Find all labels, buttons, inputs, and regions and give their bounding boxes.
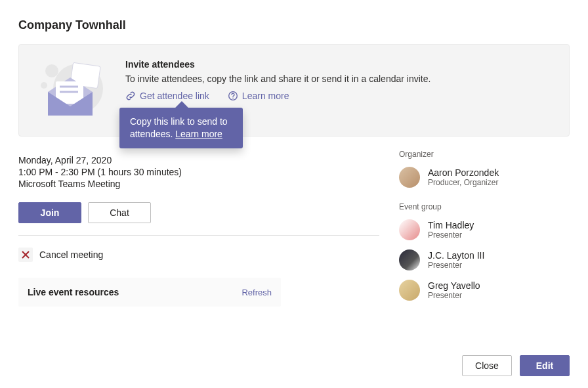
person-role: Presenter [428, 261, 484, 270]
divider [18, 235, 379, 236]
learn-more-link[interactable]: Learn more [228, 91, 289, 101]
organizer-section-label: Organizer [399, 150, 570, 159]
avatar [399, 280, 420, 301]
person-name: Greg Yavello [428, 280, 480, 291]
meeting-meta: Monday, April 27, 2020 1:00 PM - 2:30 PM… [18, 155, 379, 189]
svg-point-8 [232, 98, 234, 99]
close-button[interactable]: Close [462, 355, 512, 376]
event-group-person: J.C. Layton III Presenter [399, 249, 570, 270]
meeting-location: Microsoft Teams Meeting [18, 179, 379, 189]
organizer-role: Producer, Organizer [428, 178, 499, 187]
invite-card: Invite attendees To invite attendees, co… [18, 44, 570, 137]
tooltip-line2-prefix: attendees. [130, 129, 175, 139]
chat-button[interactable]: Chat [88, 202, 151, 223]
organizer-name: Aaron Porzondek [428, 167, 499, 178]
invite-text: To invite attendees, copy the link and s… [125, 74, 556, 84]
tooltip-line1: Copy this link to send to [130, 116, 228, 127]
avatar [399, 167, 420, 188]
live-event-resources: Live event resources Refresh [18, 278, 281, 307]
invite-heading: Invite attendees [125, 59, 556, 70]
invite-illustration [32, 59, 111, 121]
svg-point-1 [45, 64, 58, 77]
cancel-meeting[interactable]: Cancel meeting [18, 248, 379, 262]
tooltip-learn-more[interactable]: Learn more [175, 129, 222, 139]
help-icon [228, 91, 238, 101]
svg-point-2 [41, 82, 47, 89]
organizer-person: Aaron Porzondek Producer, Organizer [399, 167, 570, 188]
cancel-meeting-label: Cancel meeting [39, 249, 103, 260]
person-role: Presenter [428, 230, 474, 240]
event-group-section-label: Event group [399, 202, 570, 211]
get-attendee-link-label: Get attendee link [140, 91, 209, 101]
join-button[interactable]: Join [18, 202, 81, 223]
person-name: J.C. Layton III [428, 250, 484, 261]
link-icon [125, 91, 136, 101]
cancel-icon [18, 248, 33, 262]
refresh-link[interactable]: Refresh [242, 288, 272, 297]
get-attendee-link[interactable]: Get attendee link [125, 91, 209, 101]
person-role: Presenter [428, 291, 480, 300]
avatar [399, 249, 420, 270]
meeting-time: 1:00 PM - 2:30 PM (1 hours 30 minutes) [18, 167, 379, 177]
meeting-date: Monday, April 27, 2020 [18, 155, 379, 165]
attendee-link-tooltip: Copy this link to send to attendees. Lea… [119, 108, 243, 148]
edit-button[interactable]: Edit [520, 355, 570, 376]
person-name: Tim Hadley [428, 220, 474, 230]
resources-label: Live event resources [28, 287, 119, 297]
event-group-person: Greg Yavello Presenter [399, 280, 570, 301]
page-title: Company Townhall [18, 18, 570, 32]
avatar [399, 219, 420, 240]
event-group-person: Tim Hadley Presenter [399, 219, 570, 240]
learn-more-label: Learn more [242, 91, 289, 101]
